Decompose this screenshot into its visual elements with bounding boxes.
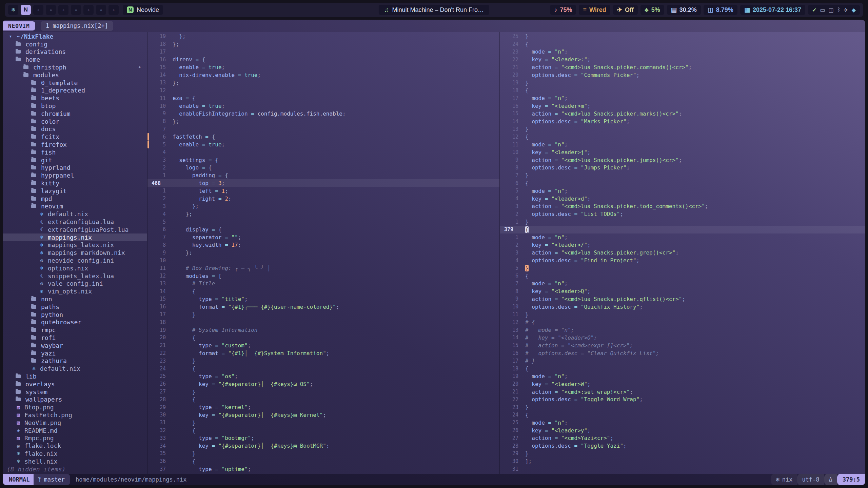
code-line[interactable]: 21 action = "<cmd>lua Snacks.picker.comm…: [500, 63, 865, 71]
code-line[interactable]: 5 mode = "n";: [500, 187, 865, 195]
tree-item-yazi[interactable]: yazi: [3, 349, 147, 357]
code-line[interactable]: 27 }: [147, 388, 499, 396]
tree-item-shell-nix[interactable]: ❄shell.nix: [3, 458, 147, 465]
code-line[interactable]: 26 key = "{#separator}│ {#keys}⊡ OS";: [147, 380, 499, 388]
code-line[interactable]: 4 key = "<leader>d";: [500, 195, 865, 203]
code-line[interactable]: 6fastfetch = {: [147, 133, 499, 141]
code-line[interactable]: 20 options.desc = "Commands Picker";: [500, 71, 865, 79]
code-line[interactable]: 16 format = "{#1}╭─── {#}{user-name-colo…: [147, 303, 499, 311]
tree-item-firefox[interactable]: firefox: [3, 141, 147, 148]
code-line[interactable]: 11}: [500, 311, 865, 319]
code-line[interactable]: 16 key = "<leader>m";: [500, 102, 865, 110]
code-line[interactable]: 18: [147, 318, 499, 326]
tree-item-overlays[interactable]: overlays: [3, 380, 147, 388]
code-line[interactable]: 6{: [500, 272, 865, 280]
media-player-module[interactable]: ♫ Minuit Machine – Don't Run Fro…: [379, 5, 489, 15]
tray-display-icon[interactable]: ▭: [820, 7, 825, 13]
code-line[interactable]: 29}: [500, 450, 865, 458]
code-line[interactable]: 28 {: [147, 395, 499, 403]
tree-item-hyprland[interactable]: hyprland: [3, 164, 147, 172]
code-line[interactable]: 4: [147, 148, 499, 156]
tree-item-vale-config-ini[interactable]: ⚙vale_config.ini: [3, 280, 147, 288]
code-line[interactable]: 8 options.desc = "Jumps Picker";: [500, 164, 865, 172]
code-line[interactable]: 13 # Title: [147, 280, 499, 288]
code-line[interactable]: 14 nix-direnv.enable = true;: [147, 71, 499, 79]
workspace-button-1[interactable]: ❄: [8, 5, 18, 15]
code-line[interactable]: 19 # System Information: [147, 326, 499, 334]
code-line[interactable]: 31 }: [147, 419, 499, 427]
code-line[interactable]: 379{: [500, 226, 865, 233]
tree-item-paths[interactable]: paths: [3, 303, 147, 311]
tree-item-lib[interactable]: lib: [3, 372, 147, 380]
tree-item-home[interactable]: home: [3, 56, 147, 63]
status-module-power-profile[interactable]: ♣5%: [640, 5, 664, 15]
tree-item-python[interactable]: python: [3, 311, 147, 319]
code-line[interactable]: 20 {: [147, 334, 499, 342]
code-line[interactable]: 30];: [500, 458, 865, 465]
tree-item-git[interactable]: git: [3, 156, 147, 164]
code-line[interactable]: 14# key = "<leader>Q";: [500, 334, 865, 342]
tree-item-config[interactable]: config: [3, 40, 147, 48]
tree-item-mappings-latex-nix[interactable]: ❄mappings_latex.nix: [3, 241, 147, 249]
code-line[interactable]: 9 action = "<cmd>lua Snacks.picker.qflis…: [500, 295, 865, 303]
workspace-button-6[interactable]: ▫: [71, 5, 81, 15]
code-line[interactable]: 12 modules = [: [147, 272, 499, 280]
code-line[interactable]: 18{: [500, 87, 865, 95]
code-line[interactable]: 3 };: [147, 203, 499, 210]
code-line[interactable]: 10 enable = true;: [147, 102, 499, 110]
tree-item-nixflake[interactable]: ▾~/NixFlake: [3, 33, 147, 40]
code-line[interactable]: 33 type = "bootmgr";: [147, 434, 499, 442]
tree-item-fish[interactable]: fish: [3, 148, 147, 156]
status-module-disk[interactable]: ◫8.79%: [704, 5, 737, 15]
code-line[interactable]: 15 type = "title";: [147, 295, 499, 303]
code-line[interactable]: 24 {: [147, 365, 499, 372]
tree-item-kitty[interactable]: kitty: [3, 179, 147, 187]
tree-item-wallpapers[interactable]: wallpapers: [3, 395, 147, 403]
code-line[interactable]: 1 mode = "n";: [500, 233, 865, 241]
workspace-button-7[interactable]: ▫: [83, 5, 94, 15]
status-module-memory[interactable]: ▤30.2%: [667, 5, 701, 15]
tree-item-readme-md[interactable]: ◈README.md: [3, 427, 147, 434]
code-line[interactable]: 468 top = 3;: [147, 179, 499, 187]
code-line[interactable]: 11 mode = "n";: [500, 141, 865, 148]
tree-item-mpd[interactable]: mpd: [3, 195, 147, 203]
workspace-button-9[interactable]: ▫: [108, 5, 119, 15]
code-line[interactable]: 16direnv = {: [147, 56, 499, 63]
active-app-module[interactable]: N Neovide: [123, 5, 163, 15]
code-line[interactable]: 3 settings = {: [147, 156, 499, 164]
code-line[interactable]: 9 action = "<cmd>lua Snacks.picker.jumps…: [500, 156, 865, 164]
code-line[interactable]: 30 key = "{#separator}│ {#keys}▤ Kernel"…: [147, 411, 499, 419]
tree-item-neovide-config-ini[interactable]: ⚙neovide_config.ini: [3, 257, 147, 264]
tree-item-flake-lock[interactable]: ◉flake.lock: [3, 442, 147, 450]
code-line[interactable]: 23 }: [147, 357, 499, 365]
code-line[interactable]: 18{: [500, 365, 865, 372]
code-line[interactable]: 17 mode = "n";: [500, 94, 865, 102]
code-line[interactable]: 36 {: [147, 458, 499, 465]
code-line[interactable]: 19 mode = "n";: [500, 372, 865, 380]
code-line[interactable]: 2 options.desc = "List TODOs";: [500, 210, 865, 218]
code-line[interactable]: 15# action = "<cmd>cexpr []<cr>";: [500, 342, 865, 349]
tree-item-vim-opts-nix[interactable]: ❄vim_opts.nix: [3, 287, 147, 295]
code-line[interactable]: 12# {: [500, 318, 865, 326]
tree-item-rofi[interactable]: rofi: [3, 334, 147, 342]
code-line[interactable]: 16# options.desc = "Clear Quickfix List"…: [500, 349, 865, 357]
code-line[interactable]: 17: [147, 48, 499, 56]
tree-item-color[interactable]: color: [3, 118, 147, 125]
code-line[interactable]: 23 mode = "n";: [500, 48, 865, 56]
code-line[interactable]: 13# mode = "n";: [500, 326, 865, 334]
workspace-button-3[interactable]: ▫: [33, 5, 43, 15]
code-line[interactable]: 9 enableFishIntegration = config.modules…: [147, 110, 499, 118]
code-line[interactable]: 8 key = "<leader>Q";: [500, 287, 865, 295]
code-line[interactable]: 27 action = "<cmd>Yazi<cr>";: [500, 434, 865, 442]
code-line[interactable]: 5 enable = true;: [147, 141, 499, 148]
tree-item-zathura[interactable]: zathura: [3, 357, 147, 365]
code-line[interactable]: 15 action = "<cmd>lua Snacks.picker.mark…: [500, 110, 865, 118]
code-line[interactable]: 24{: [500, 411, 865, 419]
tree-item-nnn[interactable]: nnn: [3, 295, 147, 303]
tree-item-neovim[interactable]: neovim: [3, 203, 147, 210]
code-line[interactable]: 13};: [147, 79, 499, 87]
code-line[interactable]: 19 };: [147, 33, 499, 40]
tree-item-0-template[interactable]: 0_template: [3, 79, 147, 87]
tree-item-mappings-markdown-nix[interactable]: ❄mappings_markdown.nix: [3, 249, 147, 257]
code-line[interactable]: 4 options.desc = "Find in Project";: [500, 257, 865, 264]
